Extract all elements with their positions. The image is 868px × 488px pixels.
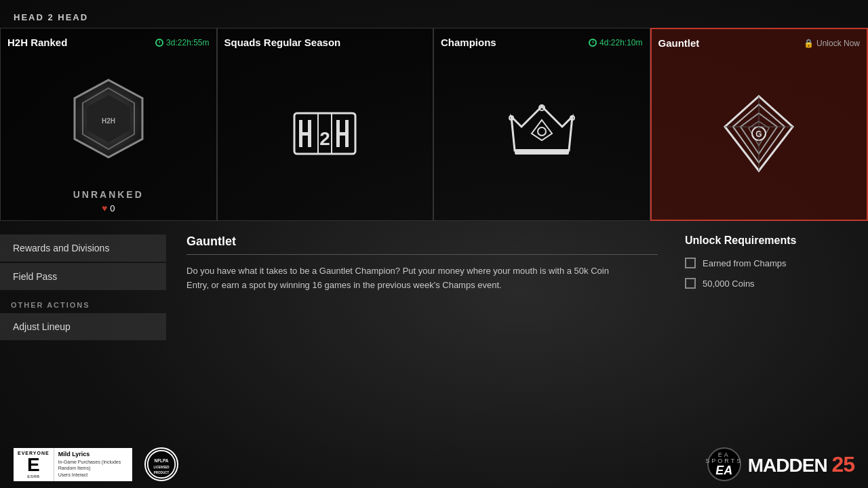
detail-title: Gauntlet [186, 235, 658, 249]
card-champions[interactable]: Champions 4d:22h:10m [433, 28, 650, 221]
unlock-label-champs: Earned from Champs [703, 258, 787, 268]
card-h2h-title: H2H Ranked [7, 37, 67, 48]
card-champions-header: Champions 4d:22h:10m [441, 37, 643, 48]
svg-point-17 [538, 127, 546, 136]
card-squads[interactable]: Squads Regular Season 2 [217, 28, 434, 221]
unlock-checkbox-champs [685, 258, 696, 268]
card-gauntlet-title: Gauntlet [658, 37, 700, 49]
svg-marker-16 [532, 120, 552, 140]
squads-icon-area: 2 [281, 54, 369, 214]
heart-icon: ♥ [102, 203, 107, 214]
card-gauntlet[interactable]: Gauntlet 🔒 Unlock Now [650, 28, 869, 221]
champions-icon-area [498, 54, 586, 214]
unlock-checkbox-coins [685, 278, 696, 289]
card-champions-title: Champions [441, 37, 496, 48]
detail-description: Do you have what it takes to be a Gauntl… [186, 264, 614, 293]
cards-row: H2H Ranked 3d:22h:55m [0, 28, 868, 221]
sidebar: Rewards and Divisions Field Pass OTHER A… [0, 235, 166, 342]
card-h2h-ranked[interactable]: H2H Ranked 3d:22h:55m [0, 28, 217, 221]
svg-rect-15 [515, 149, 569, 155]
champions-svg [498, 89, 586, 178]
card-h2h-header: H2H Ranked 3d:22h:55m [7, 37, 210, 48]
other-actions-label: OTHER ACTIONS [0, 291, 166, 313]
timer-icon [155, 39, 163, 47]
svg-rect-11 [345, 120, 349, 147]
lock-icon: 🔒 [804, 39, 814, 48]
card-gauntlet-header: Gauntlet 🔒 Unlock Now [658, 37, 861, 49]
card-lock-label: 🔒 Unlock Now [804, 39, 860, 48]
card-h2h-timer: 3d:22h:55m [155, 38, 209, 47]
svg-text:G: G [756, 129, 762, 139]
gauntlet-icon-area: G [715, 54, 803, 213]
rank-hearts: ♥ 0 [73, 203, 144, 214]
sidebar-item-rewards-divisions[interactable]: Rewards and Divisions [0, 235, 166, 262]
svg-rect-7 [308, 120, 311, 147]
unlock-title: Unlock Requirements [685, 235, 854, 247]
squads-svg: 2 [281, 89, 369, 178]
detail-divider [186, 254, 658, 255]
svg-marker-14 [511, 106, 572, 150]
rank-section: UNRANKED ♥ 0 [73, 189, 144, 214]
rank-label: UNRANKED [73, 189, 144, 200]
gauntlet-svg: G [715, 89, 803, 178]
card-squads-header: Squads Regular Season [224, 37, 427, 48]
unlock-requirements-section: Unlock Requirements Earned from Champs 5… [678, 235, 868, 342]
unlock-label-coins: 50,000 Coins [703, 279, 755, 289]
unlock-item-coins: 50,000 Coins [685, 278, 854, 289]
detail-area: Gauntlet Do you have what it takes to be… [166, 235, 678, 342]
bottom-section: Rewards and Divisions Field Pass OTHER A… [0, 221, 868, 342]
page-title: HEAD 2 HEAD [14, 12, 88, 22]
svg-text:2: 2 [319, 128, 330, 149]
sidebar-item-field-pass[interactable]: Field Pass [0, 263, 166, 290]
h2h-badge-area: H2H [64, 54, 153, 184]
page-header: HEAD 2 HEAD [0, 0, 868, 28]
svg-text:H2H: H2H [102, 117, 115, 125]
card-squads-title: Squads Regular Season [224, 37, 341, 48]
hexagon-svg: H2H [64, 75, 153, 163]
unlock-item-champs: Earned from Champs [685, 258, 854, 268]
card-champions-timer: 4d:22h:10m [589, 38, 642, 47]
hearts-count: 0 [110, 203, 115, 214]
champions-timer-icon [589, 39, 597, 47]
sidebar-item-adjust-lineup[interactable]: Adjust Lineup [0, 313, 166, 340]
main-content-wrapper: HEAD 2 HEAD H2H Ranked 3d:22h:55m [0, 0, 868, 488]
